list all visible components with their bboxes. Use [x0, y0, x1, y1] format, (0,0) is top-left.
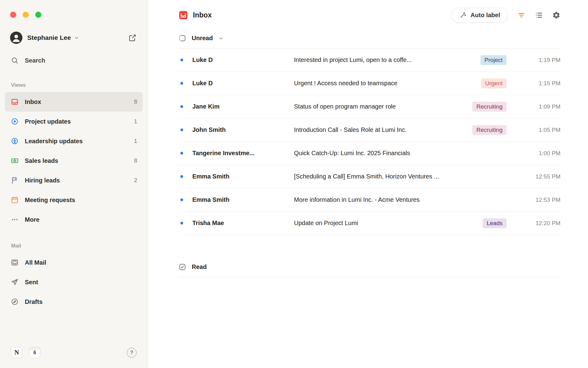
paper-plane-icon: [10, 278, 19, 286]
sidebar-item-label: Drafts: [25, 298, 43, 305]
email-time: 12:55 PM: [524, 173, 560, 180]
sidebar-item-label: Inbox: [25, 98, 41, 105]
email-sender: Luke D: [192, 56, 294, 63]
sidebar-item-sales-leads[interactable]: Sales leads 8: [5, 151, 143, 171]
compose-icon[interactable]: [128, 34, 137, 42]
email-subject: Urgent ! Access needed to teamspace: [294, 80, 474, 87]
minimize-window-button[interactable]: [23, 12, 29, 18]
unread-dot: [180, 105, 183, 108]
email-tag[interactable]: Urgent: [481, 79, 507, 88]
email-tag[interactable]: Recruiting: [472, 102, 507, 112]
email-subject: Status of open program manager role: [294, 103, 465, 110]
target-icon: [10, 117, 19, 125]
mail-nav: All Mail Sent Drafts: [0, 253, 148, 312]
sidebar-item-all-mail[interactable]: All Mail: [5, 253, 143, 272]
unread-dot: [180, 222, 183, 224]
draft-icon: [10, 298, 19, 306]
email-subject: Quick Catch-Up: Lumi Inc. 2025 Financial…: [294, 150, 516, 157]
wand-icon: [459, 11, 467, 19]
sidebar-item-label: All Mail: [25, 259, 46, 266]
zoom-window-button[interactable]: [35, 12, 41, 18]
email-row[interactable]: John Smith Introduction Call - Sales Rol…: [179, 118, 560, 142]
help-icon[interactable]: ?: [127, 348, 137, 358]
read-section-title: Read: [192, 263, 207, 270]
sidebar-item-label: Sent: [25, 279, 38, 286]
email-row[interactable]: Luke D Urgent ! Access needed to teamspa…: [179, 72, 560, 95]
sidebar-item-leadership-updates[interactable]: Leadership updates 1: [5, 131, 143, 151]
unread-dot: [180, 175, 183, 178]
email-time: 1:19 PM: [524, 57, 560, 63]
gear-icon[interactable]: [552, 11, 560, 19]
window-controls: [0, 0, 148, 18]
sidebar: Stephanie Lee Search Views: [0, 0, 148, 368]
main-panel: Inbox Auto label: [148, 0, 588, 368]
email-tag[interactable]: Project: [481, 55, 507, 65]
close-window-button[interactable]: [10, 12, 16, 18]
search-label: Search: [25, 57, 45, 64]
email-row[interactable]: Jane Kim Status of open program manager …: [179, 95, 560, 118]
filter-icon[interactable]: [517, 11, 526, 19]
email-row[interactable]: Emma Smith [Scheduling a Call] Emma Smit…: [179, 165, 560, 188]
tray-icon: [10, 259, 19, 266]
sidebar-item-hiring-leads[interactable]: Hiring leads 2: [5, 171, 143, 190]
sidebar-item-inbox[interactable]: Inbox 8: [5, 92, 143, 112]
auto-label-button[interactable]: Auto label: [451, 8, 508, 23]
unread-dot: [180, 128, 183, 131]
inbox-logo-icon: [179, 10, 188, 20]
ellipsis-icon: [10, 216, 19, 224]
select-square-icon: [179, 34, 186, 42]
chevron-down-icon: [74, 35, 79, 40]
notion-logo-icon[interactable]: N: [11, 347, 22, 358]
unread-dot: [180, 82, 183, 85]
person-circle-icon: [10, 137, 19, 145]
sidebar-item-drafts[interactable]: Drafts: [5, 292, 143, 312]
email-row[interactable]: Emma Smith More information in Lumi Inc.…: [179, 188, 560, 212]
sidebar-item-label: Sales leads: [25, 157, 58, 164]
email-subject: Introduction Call - Sales Role at Lumi I…: [294, 126, 465, 133]
sidebar-item-count: 8: [134, 98, 137, 105]
avatar: [10, 32, 22, 44]
sidebar-item-count: 1: [134, 138, 137, 144]
email-sender: Tangerine Investme...: [192, 150, 294, 157]
unread-section-header[interactable]: Unread: [179, 33, 560, 48]
chevron-down-icon: [218, 36, 224, 41]
email-subject: Update on Project Lumi: [294, 220, 475, 227]
sidebar-item-count: 1: [134, 118, 137, 125]
email-row[interactable]: Trisha Mae Update on Project Lumi Leads …: [179, 212, 560, 235]
email-subject: [Scheduling a Call] Emma Smith, Horizon …: [294, 173, 516, 180]
unread-dot: [180, 152, 183, 155]
views-nav: Inbox 8 Project updates 1 Leadership upd…: [0, 92, 148, 229]
sidebar-item-label: Hiring leads: [25, 177, 60, 184]
read-section-header[interactable]: Read: [179, 262, 560, 277]
email-subject: Interested in project Lumi, open to a co…: [294, 56, 473, 63]
search-input[interactable]: Search: [11, 55, 138, 66]
header-actions: Auto label: [451, 8, 560, 23]
email-sender: Jane Kim: [192, 103, 294, 110]
email-row[interactable]: Luke D Interested in project Lumi, open …: [179, 48, 560, 72]
email-tag[interactable]: Leads: [483, 218, 507, 228]
auto-label-text: Auto label: [470, 12, 500, 19]
list-view-icon[interactable]: [535, 11, 543, 19]
sidebar-item-more[interactable]: More: [5, 210, 143, 229]
sidebar-item-count: 8: [134, 157, 137, 164]
email-time: 1:09 PM: [524, 103, 560, 110]
page-title: Inbox: [179, 10, 212, 20]
flag-icon: [10, 176, 19, 184]
email-time: 1:05 PM: [524, 127, 560, 133]
sidebar-item-project-updates[interactable]: Project updates 1: [5, 112, 143, 131]
account-switcher[interactable]: Stephanie Lee: [10, 31, 137, 44]
search-icon: [11, 56, 19, 64]
sidebar-item-label: Project updates: [25, 118, 71, 125]
calendar-icon: [10, 196, 19, 204]
email-time: 1:00 PM: [524, 150, 560, 157]
calendar-app-icon[interactable]: 6: [29, 347, 40, 358]
page-title-text: Inbox: [193, 11, 212, 19]
email-row[interactable]: Tangerine Investme... Quick Catch-Up: Lu…: [179, 142, 560, 165]
sidebar-footer: N 6 ?: [0, 339, 148, 368]
email-sender: John Smith: [192, 126, 294, 133]
sidebar-item-meeting-requests[interactable]: Meeting requests: [5, 190, 143, 210]
email-tag[interactable]: Recruiting: [472, 125, 507, 135]
main-header: Inbox Auto label: [179, 7, 560, 23]
sidebar-item-sent[interactable]: Sent: [5, 272, 143, 292]
sidebar-item-label: More: [25, 216, 40, 223]
